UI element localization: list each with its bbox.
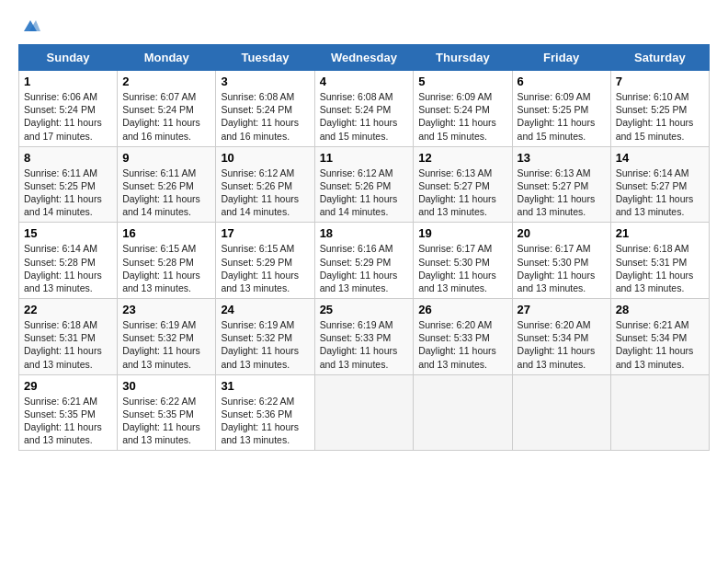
day-info: Sunrise: 6:06 AM Sunset: 5:24 PM Dayligh… [24,91,102,142]
calendar-cell: 10 Sunrise: 6:12 AM Sunset: 5:26 PM Dayl… [216,146,314,223]
calendar-week-2: 8 Sunrise: 6:11 AM Sunset: 5:25 PM Dayli… [19,146,710,223]
calendar-cell: 6 Sunrise: 6:09 AM Sunset: 5:25 PM Dayli… [512,71,610,147]
calendar-cell: 18 Sunrise: 6:16 AM Sunset: 5:29 PM Dayl… [314,223,414,299]
day-number: 6 [518,75,606,88]
day-info: Sunrise: 6:18 AM Sunset: 5:31 PM Dayligh… [616,243,694,293]
day-number: 1 [24,75,112,88]
calendar-cell: 9 Sunrise: 6:11 AM Sunset: 5:26 PM Dayli… [118,146,216,223]
col-header-tuesday: Tuesday [216,45,314,71]
day-number: 7 [616,75,704,88]
day-number: 11 [320,151,409,165]
day-info: Sunrise: 6:20 AM Sunset: 5:33 PM Dayligh… [418,319,496,370]
day-info: Sunrise: 6:09 AM Sunset: 5:24 PM Dayligh… [418,91,496,142]
col-header-thursday: Thursday [414,45,512,71]
day-info: Sunrise: 6:20 AM Sunset: 5:34 PM Dayligh… [518,319,596,370]
calendar-cell: 28 Sunrise: 6:21 AM Sunset: 5:34 PM Dayl… [610,299,709,375]
day-number: 2 [122,75,210,88]
day-number: 25 [320,303,409,316]
calendar-week-5: 29 Sunrise: 6:21 AM Sunset: 5:35 PM Dayl… [19,374,710,451]
calendar-cell: 1 Sunrise: 6:06 AM Sunset: 5:24 PM Dayli… [19,71,118,147]
day-number: 3 [221,75,309,88]
day-info: Sunrise: 6:19 AM Sunset: 5:33 PM Dayligh… [320,319,398,370]
day-number: 24 [221,303,309,316]
page-header [18,18,710,35]
day-info: Sunrise: 6:07 AM Sunset: 5:24 PM Dayligh… [122,91,200,142]
col-header-monday: Monday [118,45,216,71]
calendar-cell: 25 Sunrise: 6:19 AM Sunset: 5:33 PM Dayl… [314,299,414,375]
day-info: Sunrise: 6:11 AM Sunset: 5:26 PM Dayligh… [122,167,200,218]
calendar-week-1: 1 Sunrise: 6:06 AM Sunset: 5:24 PM Dayli… [19,71,710,147]
day-info: Sunrise: 6:21 AM Sunset: 5:35 PM Dayligh… [24,396,102,446]
day-info: Sunrise: 6:09 AM Sunset: 5:25 PM Dayligh… [518,91,596,142]
calendar-cell: 24 Sunrise: 6:19 AM Sunset: 5:32 PM Dayl… [216,299,314,375]
day-info: Sunrise: 6:22 AM Sunset: 5:36 PM Dayligh… [221,396,299,446]
day-info: Sunrise: 6:21 AM Sunset: 5:34 PM Dayligh… [616,319,694,370]
calendar-cell [314,374,414,451]
day-number: 21 [616,226,704,240]
calendar-cell: 11 Sunrise: 6:12 AM Sunset: 5:26 PM Dayl… [314,146,414,223]
day-number: 14 [616,151,704,165]
col-header-saturday: Saturday [610,45,709,71]
day-number: 27 [518,303,606,316]
calendar-cell: 5 Sunrise: 6:09 AM Sunset: 5:24 PM Dayli… [414,71,512,147]
logo-icon [20,18,40,35]
day-number: 8 [24,151,112,165]
day-info: Sunrise: 6:19 AM Sunset: 5:32 PM Dayligh… [122,319,200,370]
day-info: Sunrise: 6:13 AM Sunset: 5:27 PM Dayligh… [418,167,496,218]
calendar-cell: 23 Sunrise: 6:19 AM Sunset: 5:32 PM Dayl… [118,299,216,375]
day-info: Sunrise: 6:17 AM Sunset: 5:30 PM Dayligh… [418,243,496,293]
logo [18,18,40,35]
calendar-cell: 15 Sunrise: 6:14 AM Sunset: 5:28 PM Dayl… [19,223,118,299]
day-number: 12 [418,151,506,165]
day-number: 29 [24,379,112,393]
day-info: Sunrise: 6:08 AM Sunset: 5:24 PM Dayligh… [320,91,398,142]
day-info: Sunrise: 6:14 AM Sunset: 5:28 PM Dayligh… [24,243,102,293]
day-info: Sunrise: 6:12 AM Sunset: 5:26 PM Dayligh… [221,167,299,218]
calendar-week-3: 15 Sunrise: 6:14 AM Sunset: 5:28 PM Dayl… [19,223,710,299]
calendar-cell: 20 Sunrise: 6:17 AM Sunset: 5:30 PM Dayl… [512,223,610,299]
day-number: 26 [418,303,506,316]
day-number: 18 [320,226,409,240]
day-info: Sunrise: 6:15 AM Sunset: 5:28 PM Dayligh… [122,243,200,293]
day-info: Sunrise: 6:11 AM Sunset: 5:25 PM Dayligh… [24,167,102,218]
col-header-wednesday: Wednesday [314,45,414,71]
day-info: Sunrise: 6:10 AM Sunset: 5:25 PM Dayligh… [616,91,694,142]
calendar-cell: 17 Sunrise: 6:15 AM Sunset: 5:29 PM Dayl… [216,223,314,299]
day-number: 20 [518,226,606,240]
day-info: Sunrise: 6:13 AM Sunset: 5:27 PM Dayligh… [518,167,596,218]
day-number: 16 [122,226,210,240]
calendar-cell: 19 Sunrise: 6:17 AM Sunset: 5:30 PM Dayl… [414,223,512,299]
calendar-cell [512,374,610,451]
day-number: 17 [221,226,309,240]
calendar-cell: 7 Sunrise: 6:10 AM Sunset: 5:25 PM Dayli… [610,71,709,147]
calendar-cell: 22 Sunrise: 6:18 AM Sunset: 5:31 PM Dayl… [19,299,118,375]
calendar-cell: 4 Sunrise: 6:08 AM Sunset: 5:24 PM Dayli… [314,71,414,147]
calendar-cell: 3 Sunrise: 6:08 AM Sunset: 5:24 PM Dayli… [216,71,314,147]
day-number: 4 [320,75,409,88]
day-number: 19 [418,226,506,240]
calendar-cell: 13 Sunrise: 6:13 AM Sunset: 5:27 PM Dayl… [512,146,610,223]
calendar-body: 1 Sunrise: 6:06 AM Sunset: 5:24 PM Dayli… [19,71,710,451]
day-info: Sunrise: 6:22 AM Sunset: 5:35 PM Dayligh… [122,396,200,446]
day-number: 28 [616,303,704,316]
calendar-header-row: SundayMondayTuesdayWednesdayThursdayFrid… [19,45,710,71]
day-info: Sunrise: 6:16 AM Sunset: 5:29 PM Dayligh… [320,243,398,293]
calendar-cell [414,374,512,451]
calendar-cell: 21 Sunrise: 6:18 AM Sunset: 5:31 PM Dayl… [610,223,709,299]
day-number: 13 [518,151,606,165]
day-info: Sunrise: 6:12 AM Sunset: 5:26 PM Dayligh… [320,167,398,218]
day-number: 31 [221,379,309,393]
calendar-cell [610,374,709,451]
day-number: 23 [122,303,210,316]
calendar-cell: 27 Sunrise: 6:20 AM Sunset: 5:34 PM Dayl… [512,299,610,375]
calendar-cell: 31 Sunrise: 6:22 AM Sunset: 5:36 PM Dayl… [216,374,314,451]
col-header-sunday: Sunday [19,45,118,71]
calendar-table: SundayMondayTuesdayWednesdayThursdayFrid… [18,44,710,451]
day-info: Sunrise: 6:14 AM Sunset: 5:27 PM Dayligh… [616,167,694,218]
day-number: 5 [418,75,506,88]
calendar-week-4: 22 Sunrise: 6:18 AM Sunset: 5:31 PM Dayl… [19,299,710,375]
day-info: Sunrise: 6:18 AM Sunset: 5:31 PM Dayligh… [24,319,102,370]
day-info: Sunrise: 6:15 AM Sunset: 5:29 PM Dayligh… [221,243,299,293]
day-number: 9 [122,151,210,165]
day-number: 30 [122,379,210,393]
